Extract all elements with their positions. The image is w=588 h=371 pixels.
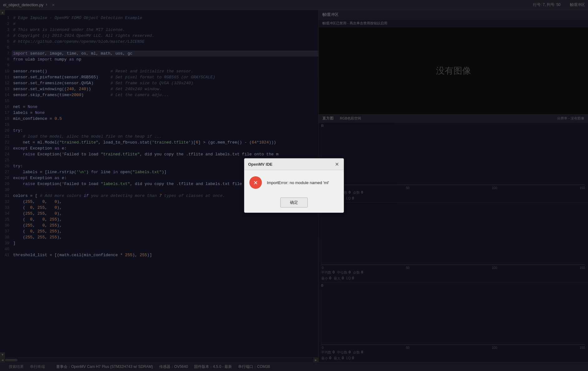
modal-body: ✕ ImportError: no module named 'ml': [244, 170, 344, 195]
modal-overlay: OpenMV IDE ✕ ✕ ImportError: no module na…: [0, 0, 588, 371]
modal-titlebar: OpenMV IDE ✕: [244, 159, 344, 170]
modal-close-button[interactable]: ✕: [334, 161, 340, 167]
modal-title: OpenMV IDE: [248, 162, 272, 167]
modal-error-message: ImportError: no module named 'ml': [267, 180, 329, 185]
modal-ok-button[interactable]: 确定: [280, 198, 308, 207]
error-dialog: OpenMV IDE ✕ ✕ ImportError: no module na…: [244, 158, 344, 213]
modal-footer: 确定: [244, 195, 344, 212]
error-icon: ✕: [249, 176, 262, 189]
